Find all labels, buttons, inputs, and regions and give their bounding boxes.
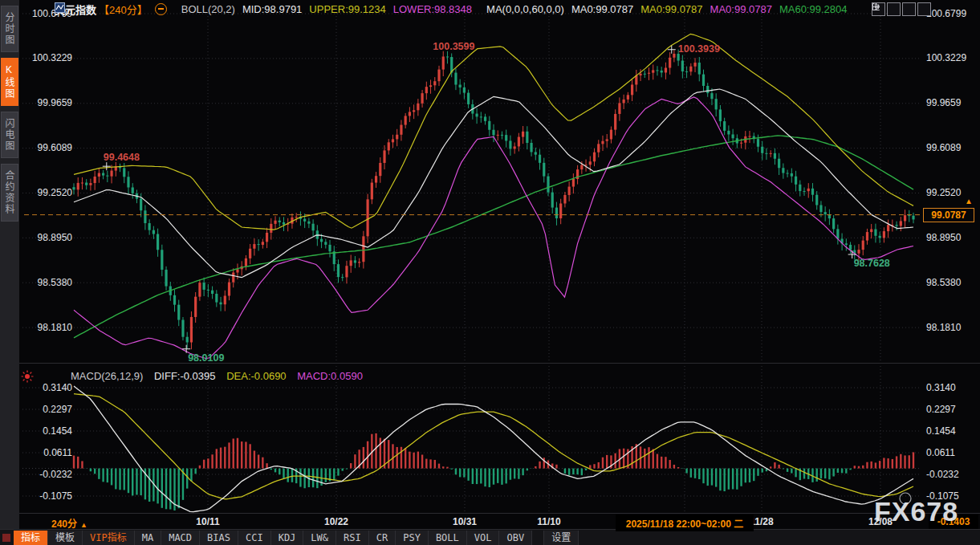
chart-region: 99.4648100.3599100.393998.010998.7628 美元…	[19, 0, 980, 513]
y-axis-label: 98.1810	[21, 322, 72, 334]
interval-arrow-icon: ▲	[80, 521, 87, 529]
toolbar-button-10[interactable]: CR	[369, 531, 396, 545]
collapse-icon[interactable]	[155, 3, 167, 15]
y-axis-label: 100.6799	[926, 8, 966, 20]
current-price-badge: 99.0787	[923, 208, 974, 222]
sidebar-tab-1[interactable]: K线图	[1, 58, 18, 106]
y-axis-label: 0.2297	[21, 404, 72, 416]
crosshair-value-readout: -0.1403	[929, 514, 978, 529]
boll-upper-value: UPPER:99.1234	[309, 3, 385, 15]
macd-label: MACD(26,12,9)	[71, 370, 143, 382]
zoom-in-pane-icon[interactable]	[902, 2, 916, 16]
toolbar-button-12[interactable]: BOLL	[429, 531, 467, 545]
annotation-98.7628: 98.7628	[854, 258, 890, 269]
macd-macd-value: MACD:0.0590	[297, 370, 363, 382]
y-axis-label: 0.3140	[926, 382, 956, 394]
y-axis-label: 99.9659	[21, 97, 72, 109]
interval-selector[interactable]: 240分▲	[51, 516, 87, 530]
ma-label: MA(0,0,0,60,0,0)	[486, 3, 564, 15]
toolbar-corner-icon	[2, 534, 10, 542]
macd-diff-value: DIFF:-0.0395	[154, 370, 216, 382]
settings-button[interactable]: 设置	[543, 531, 579, 545]
toolbar-button-14[interactable]: OBV	[499, 531, 532, 545]
bottom-toolbar: 指标模板VIP指标MAMACDBIASCCIKDJLW&RSICRPSYBOLL…	[0, 529, 980, 545]
toolbar-button-3[interactable]: MA	[135, 531, 161, 545]
crosshair-date-label: 2025/11/18 22:00~02:00 二	[616, 514, 754, 531]
y-axis-label: 99.2520	[926, 187, 961, 199]
ma0-white-value: MA0:99.0787	[571, 3, 633, 15]
y-axis-label: 98.8950	[926, 232, 961, 244]
sidebar-tab-2[interactable]: 闪电图	[1, 112, 18, 158]
interval-text: 240分	[51, 519, 77, 530]
chart-canvas[interactable]: 99.4648100.3599100.393998.010998.7628	[19, 0, 980, 513]
macd-dea-value: DEA:-0.0690	[226, 370, 286, 382]
sidebar-tab-3[interactable]: 合约资料	[1, 164, 18, 222]
y-axis-label: 98.1810	[926, 322, 961, 334]
annotation-100.3939: 100.3939	[678, 43, 720, 55]
y-axis-label: 0.0611	[21, 447, 72, 459]
y-axis-label: 0.1454	[21, 425, 72, 437]
x-axis-label: 11/10	[537, 516, 560, 527]
corner-tools	[872, 2, 931, 16]
toolbar-button-5[interactable]: BIAS	[200, 531, 238, 545]
price-up-arrow-icon: ▲	[965, 197, 973, 205]
y-axis-label: -0.1075	[926, 490, 959, 502]
macd-header: MACD(26,12,9) DIFF:-0.0395 DEA:-0.0690 M…	[71, 370, 371, 382]
x-axis-label: 12/08	[868, 516, 893, 527]
y-axis-label: 0.1454	[926, 425, 956, 437]
y-axis-label: 98.5380	[926, 277, 961, 289]
toolbar-button-1[interactable]: 模板	[48, 531, 83, 545]
ma0-yellow-value: MA0:99.0787	[640, 3, 702, 15]
y-axis-label: 0.2297	[926, 404, 956, 416]
toolbar-button-4[interactable]: MACD	[161, 531, 200, 545]
expand-pane-icon[interactable]	[917, 2, 931, 16]
sidebar: 分时图K线图闪电图合约资料	[0, 0, 20, 529]
ma0-magenta-value: MA0:99.0787	[710, 3, 772, 15]
interval-tag: 【240分】	[99, 2, 148, 17]
y-axis-label: 99.6089	[21, 142, 72, 154]
toolbar-button-0[interactable]: 指标	[14, 531, 48, 545]
y-axis-label: 0.3140	[21, 382, 72, 394]
y-axis-label: -0.0232	[21, 469, 72, 481]
x-axis-label: 10/11	[196, 516, 219, 527]
toolbar-button-2[interactable]: VIP指标	[83, 531, 135, 545]
zoom-out-pane-icon[interactable]	[887, 2, 901, 16]
annotation-100.3599: 100.3599	[433, 41, 474, 52]
toolbar-button-13[interactable]: VOL	[467, 531, 500, 545]
y-axis-label: 99.9659	[926, 97, 961, 109]
y-axis-label: 99.2520	[21, 187, 72, 199]
y-axis-label: 98.5380	[21, 277, 72, 289]
boll-mid-value: MID:98.9791	[242, 3, 302, 15]
ma60-value: MA60:99.2804	[779, 3, 848, 15]
toolbar-button-8[interactable]: LW&	[303, 531, 336, 545]
boll-lower-value: LOWER:98.8348	[393, 3, 472, 15]
chart-application: 分时图K线图闪电图合约资料 99.4648100.3599100.393998.…	[0, 0, 980, 545]
boll-label: BOLL(20,2)	[181, 3, 235, 15]
y-axis-label: 100.3229	[21, 52, 72, 64]
annotation-99.4648: 99.4648	[104, 152, 140, 163]
x-axis-label: 10/22	[324, 516, 348, 527]
y-axis-label: 100.3229	[926, 52, 966, 64]
toolbar-button-9[interactable]: RSI	[336, 531, 369, 545]
sidebar-tab-0[interactable]: 分时图	[1, 6, 18, 52]
x-axis-row: 240分▲ 10/1110/2210/3111/1011/2812/08 202…	[19, 513, 980, 530]
y-axis-label: 99.6089	[926, 142, 961, 154]
toolbar-button-7[interactable]: KDJ	[271, 531, 304, 545]
toolbar-button-6[interactable]: CCI	[238, 531, 271, 545]
y-axis-label: 98.8950	[21, 232, 72, 244]
x-axis-label: 10/31	[453, 516, 477, 527]
y-axis-label: -0.1075	[21, 490, 72, 502]
y-axis-label: 0.0611	[926, 447, 955, 459]
y-axis-label: -0.0232	[926, 469, 959, 481]
indicator-header: 美元指数 【240分】 BOLL(20,2) MID:98.9791 UPPER…	[55, 2, 854, 15]
annotation-98.0109: 98.0109	[188, 352, 224, 364]
toolbar-button-11[interactable]: PSY	[396, 531, 429, 545]
